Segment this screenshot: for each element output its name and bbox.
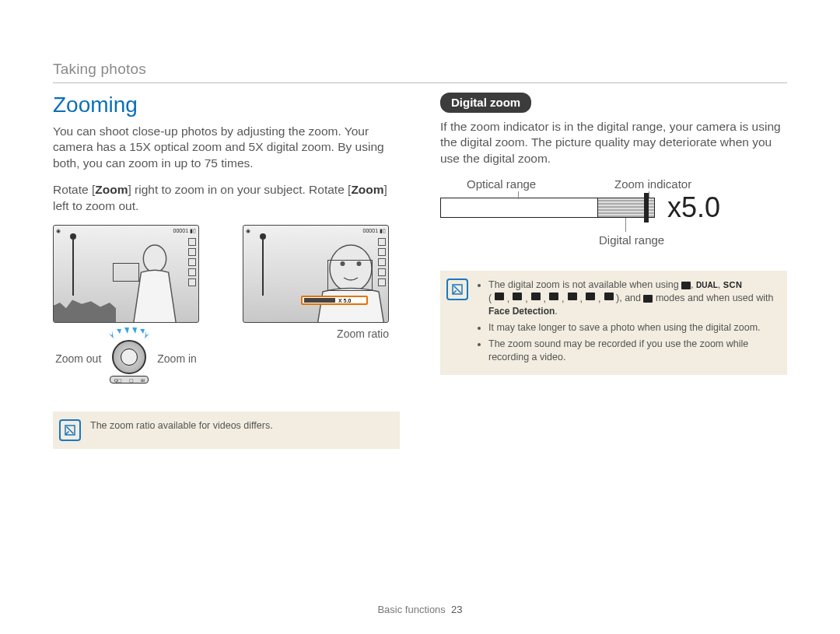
zoom-range-diagram: Optical range Zoom indicator Digital ran…	[440, 177, 751, 249]
heading-zooming: Zooming	[53, 93, 400, 117]
note-box-right: The digital zoom is not available when u…	[440, 271, 787, 375]
note-item-2: It may take longer to save a photo when …	[488, 321, 779, 335]
note-list: The digital zoom is not available when u…	[478, 278, 779, 367]
zoom-ratio-label: Zoom ratio	[337, 328, 389, 340]
zoom-in-label: Zoom in	[157, 352, 197, 365]
zoom-ratio-bar: X 5.0	[301, 296, 368, 305]
zoom-bold-1: Zoom	[95, 183, 128, 196]
note-box-left: The zoom ratio available for videos diff…	[53, 412, 400, 449]
battery-icon: ▮▯	[190, 228, 196, 233]
note-text: The zoom ratio available for videos diff…	[90, 419, 273, 433]
pill-digital-zoom: Digital zoom	[440, 93, 531, 113]
footer-section: Basic functions	[377, 604, 445, 615]
left-column: Zooming You can shoot close-up photos by…	[53, 93, 400, 449]
streetlamp-icon	[68, 233, 79, 296]
battery-icon: ▮▯	[380, 228, 386, 233]
skyline-icon	[54, 294, 116, 322]
leader-line	[625, 218, 626, 232]
zoom-bar-label: X 5.0	[338, 298, 351, 303]
mode-icon-cs	[681, 282, 691, 289]
right-column: Digital zoom If the zoom indicator is in…	[440, 93, 787, 449]
breadcrumb: Taking photos	[53, 61, 787, 78]
rotate-instruction: Rotate [Zoom] right to zoom in on your s…	[53, 182, 400, 214]
camera-icon: ◉	[56, 228, 61, 236]
zoom-value: x5.0	[667, 191, 720, 224]
counter: 00001	[173, 228, 188, 233]
footer-page-number: 23	[451, 604, 462, 615]
counter: 00001	[363, 228, 378, 233]
note-item-3: The zoom sound may be recorded if you us…	[488, 338, 779, 364]
optical-range-label: Optical range	[467, 177, 536, 191]
zoom-bold-2: Zoom	[351, 183, 383, 196]
right-status-icons	[188, 238, 196, 286]
mode-icon-movie	[643, 295, 653, 303]
zoom-out-label: Zoom out	[55, 352, 101, 365]
streetlamp-icon	[257, 233, 268, 296]
mode-icons-row: , , , , , ,	[495, 292, 614, 306]
lcd-screen-wide: ◉ 00001 ▮▯	[53, 225, 199, 323]
dial-icon	[112, 340, 146, 374]
divider	[53, 82, 787, 83]
intro-text: You can shoot close-up photos by adjusti…	[53, 124, 400, 171]
focus-box	[113, 263, 139, 282]
txt: ] right to zoom in on your subject. Rota…	[128, 183, 351, 196]
zoom-control-row: Zoom out	[55, 328, 197, 390]
note-item-1: The digital zoom is not available when u…	[488, 278, 779, 318]
zoom-indicator-label: Zoom indicator	[614, 177, 691, 191]
zoom-arrows-icon	[107, 328, 151, 340]
camera-icon: ◉	[246, 228, 250, 236]
person-silhouette	[121, 243, 189, 323]
lcd-screen-tele: ◉ 00001 ▮▯ X 5.0	[243, 225, 389, 323]
lcd-screens-row: ◉ 00001 ▮▯ Zoom out	[53, 225, 400, 390]
note-icon	[446, 278, 468, 300]
mode-icon-dual: DUAL	[696, 281, 718, 289]
face-detection-label: Face Detection	[488, 306, 555, 317]
digital-zoom-intro: If the zoom indicator is in the digital …	[440, 119, 787, 166]
note-icon	[59, 419, 81, 441]
svg-point-0	[143, 245, 166, 272]
focus-box	[327, 260, 373, 291]
digital-range-label: Digital range	[599, 233, 664, 247]
dial-base-icon: Q▢▢⊞	[110, 376, 149, 384]
zoom-dial: Q▢▢⊞	[107, 328, 151, 390]
page-footer: Basic functions 23	[0, 604, 840, 615]
mode-icon-scn: SCN	[723, 280, 743, 289]
leader-line	[649, 191, 649, 198]
leader-line	[518, 191, 519, 199]
txt: Rotate [	[53, 183, 95, 196]
